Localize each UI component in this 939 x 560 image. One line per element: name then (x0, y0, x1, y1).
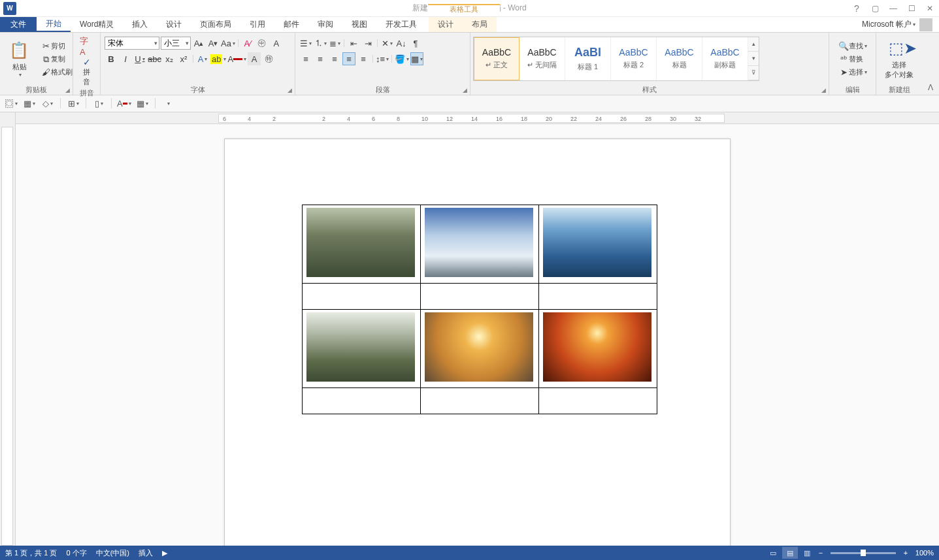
style-item-3[interactable]: AaBbC标题 2 (611, 37, 657, 80)
style-item-0[interactable]: AaBbC↵ 正文 (474, 37, 519, 80)
account-button[interactable]: Microsoft 帐户 ▾ (862, 17, 939, 32)
paragraph-dialog-launcher[interactable]: ◢ (461, 86, 469, 94)
document-table[interactable] (302, 205, 657, 414)
qat-fontcolor-icon[interactable]: A▾ (117, 97, 131, 110)
golden-sunset-peaks-image[interactable] (425, 312, 533, 382)
tab-file[interactable]: 文件 (0, 17, 37, 32)
copy-button[interactable]: ⧉复制 (38, 54, 75, 65)
clipboard-dialog-launcher[interactable]: ◢ (63, 86, 71, 94)
insert-mode[interactable]: 插入 (139, 548, 153, 558)
phonetic-guide-button[interactable]: ㊥ (255, 37, 269, 50)
style-gallery-arrow[interactable]: ⊽ (748, 66, 759, 80)
style-item-4[interactable]: AaBbC标题 (657, 37, 702, 80)
paste-button[interactable]: 📋 粘贴▾ (5, 40, 34, 79)
styles-dialog-launcher[interactable]: ◢ (819, 86, 827, 94)
borders-button[interactable]: ▦▾ (410, 52, 423, 65)
collapse-ribbon-icon[interactable]: ᐱ (928, 83, 933, 92)
zoom-slider[interactable] (831, 552, 896, 554)
pine-trees-cliff-image[interactable] (306, 312, 415, 382)
cut-button[interactable]: ✂剪切 (38, 41, 75, 52)
maximize-icon[interactable]: ☐ (902, 1, 921, 16)
qat-group-icon[interactable]: ⿴▾ (4, 97, 18, 110)
tab-view[interactable]: 视图 (342, 17, 376, 32)
multilevel-button[interactable]: ≣▾ (328, 37, 341, 50)
tab-wordgenie[interactable]: Word精灵 (71, 17, 123, 32)
minimize-icon[interactable]: — (884, 1, 902, 16)
numbering-button[interactable]: ⒈▾ (314, 37, 327, 50)
char-border-button[interactable]: A (270, 37, 283, 50)
font-dialog-launcher[interactable]: ◢ (286, 86, 293, 94)
qat-page-icon[interactable]: ▯▾ (91, 97, 106, 110)
format-painter-button[interactable]: 🖌格式刷 (38, 67, 75, 78)
replace-button[interactable]: ᵃᵇ替换 (836, 54, 870, 65)
language-indicator[interactable]: 中文(中国) (96, 548, 129, 558)
qat-more-icon[interactable]: ▾ (161, 97, 175, 110)
zoom-out-button[interactable]: − (816, 549, 825, 557)
superscript-button[interactable]: x² (177, 52, 190, 65)
tab-review[interactable]: 审阅 (308, 17, 342, 32)
tab-home[interactable]: 开始 (37, 17, 71, 32)
blue-mountain-ridges-image[interactable] (543, 208, 651, 277)
blank-cell-1[interactable] (303, 284, 421, 310)
style-item-2[interactable]: AaBl标题 1 (565, 37, 611, 80)
zoom-level[interactable]: 100% (915, 549, 934, 557)
bullets-button[interactable]: ☰▾ (299, 37, 312, 50)
style-gallery-arrow[interactable]: ▴ (748, 37, 759, 52)
style-item-1[interactable]: AaBbC↵ 无间隔 (519, 37, 565, 80)
print-layout-icon[interactable]: ▤ (782, 547, 798, 559)
subscript-button[interactable]: x₂ (163, 52, 176, 65)
mountain-cliff-gorge-image[interactable] (306, 208, 415, 277)
mountain-clouds-peak-image[interactable] (425, 208, 533, 277)
font-size-combo[interactable]: 小三▾ (161, 37, 191, 50)
tab-mail[interactable]: 邮件 (274, 17, 308, 32)
tab-table-design[interactable]: 设计 (429, 17, 463, 32)
vertical-ruler[interactable] (0, 112, 16, 546)
align-center-button[interactable]: ≡ (314, 52, 327, 65)
help-icon[interactable]: ? (848, 1, 866, 16)
align-left-button[interactable]: ≡ (299, 52, 312, 65)
char-shading-button[interactable]: A (248, 52, 261, 65)
qat-table-icon[interactable]: ▦▾ (22, 97, 37, 110)
ribbon-display-options-icon[interactable]: ▢ (866, 1, 884, 16)
select-button[interactable]: ➤选择▾ (836, 67, 870, 78)
zoom-in-button[interactable]: + (901, 549, 910, 557)
web-layout-icon[interactable]: ▥ (799, 547, 815, 559)
blank-cell-2[interactable] (421, 284, 539, 310)
decrease-font-button[interactable]: A▾ (206, 37, 220, 50)
styles-gallery[interactable]: AaBbC↵ 正文AaBbC↵ 无间隔AaBl标题 1AaBbC标题 2AaBb… (473, 37, 759, 81)
document-canvas[interactable] (16, 124, 939, 546)
style-item-5[interactable]: AaBbC副标题 (702, 37, 748, 80)
increase-font-button[interactable]: A▴ (192, 37, 205, 50)
tab-devtools[interactable]: 开发工具 (376, 17, 426, 32)
horizontal-ruler[interactable]: 6422468101214161820222426283032 (16, 112, 939, 124)
font-name-combo[interactable]: 宋体▾ (105, 37, 159, 50)
find-button[interactable]: 🔍查找▾ (836, 41, 870, 52)
asian-layout-button[interactable]: ✕▾ (380, 37, 393, 50)
tab-pagelayout[interactable]: 页面布局 (191, 17, 240, 32)
word-count[interactable]: 0 个字 (66, 548, 86, 558)
show-marks-button[interactable]: ¶ (409, 37, 422, 50)
macro-record-icon[interactable]: ▶ (162, 549, 167, 557)
qat-insert-icon[interactable]: ⊞▾ (66, 97, 80, 110)
align-justify-button[interactable]: ≡ (342, 52, 355, 65)
pinyin-button[interactable]: 字A ✓ 拼音 (76, 34, 97, 88)
align-distribute-button[interactable]: ≡ (357, 52, 370, 65)
blank-cell-6[interactable] (539, 388, 657, 414)
tab-table-layout[interactable]: 布局 (463, 17, 497, 32)
qat-shape-icon[interactable]: ◇▾ (41, 97, 55, 110)
bold-button[interactable]: B (105, 52, 118, 65)
tab-insert[interactable]: 插入 (123, 17, 157, 32)
sort-button[interactable]: A↓ (395, 37, 408, 50)
read-mode-icon[interactable]: ▭ (765, 547, 781, 559)
blank-cell-4[interactable] (303, 388, 421, 414)
strikethrough-button[interactable]: abc (148, 52, 161, 65)
highlight-button[interactable]: ab▾ (210, 52, 226, 65)
blank-cell-5[interactable] (421, 388, 539, 414)
decrease-indent-button[interactable]: ⇤ (347, 37, 360, 50)
line-spacing-button[interactable]: ↕≡▾ (376, 52, 389, 65)
clear-formatting-button[interactable]: A⁄ (241, 37, 254, 50)
page-indicator[interactable]: 第 1 页，共 1 页 (5, 548, 57, 558)
qat-border-icon[interactable]: ▦▾ (135, 97, 150, 110)
underline-button[interactable]: U▾ (133, 52, 146, 65)
close-icon[interactable]: ✕ (921, 1, 939, 16)
